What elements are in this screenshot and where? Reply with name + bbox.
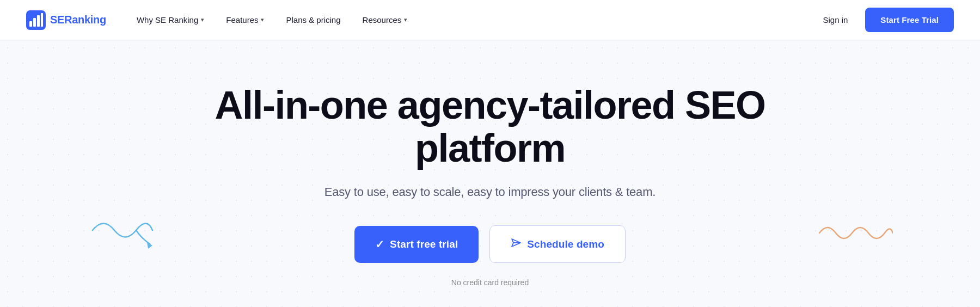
hero-content: All-in-one agency-tailored SEO platform … [191,84,789,287]
logo[interactable]: SERanking [26,10,106,30]
svg-rect-1 [29,21,32,27]
logo-icon [26,10,46,30]
hero-buttons: ✓ Start free trial Schedule demo [191,225,789,263]
hero-section: All-in-one agency-tailored SEO platform … [0,40,980,307]
nav-right: Sign in Start Free Trial [814,8,954,32]
navbar: SERanking Why SE Ranking ▾ Features ▾ Pl… [0,0,980,40]
svg-rect-2 [33,18,36,27]
schedule-demo-button[interactable]: Schedule demo [489,225,626,263]
no-credit-card-text: No credit card required [191,278,789,287]
nav-item-features[interactable]: Features ▾ [217,11,273,29]
logo-text: SERanking [50,14,106,26]
chevron-down-icon: ▾ [201,16,204,23]
hero-title: All-in-one agency-tailored SEO platform [191,84,789,170]
nav-item-plans-pricing[interactable]: Plans & pricing [277,11,349,29]
nav-item-resources[interactable]: Resources ▾ [354,11,416,29]
svg-rect-3 [37,15,40,27]
chevron-down-icon: ▾ [261,16,264,23]
nav-item-why-se-ranking[interactable]: Why SE Ranking ▾ [128,11,213,29]
chevron-down-icon: ▾ [404,16,407,23]
svg-rect-4 [41,13,43,27]
deco-squiggle-right [817,219,893,249]
deco-squiggle-left [87,214,158,254]
nav-links: Why SE Ranking ▾ Features ▾ Plans & pric… [128,11,814,29]
start-free-trial-hero-button[interactable]: ✓ Start free trial [354,226,479,263]
check-circle-icon: ✓ [375,238,384,251]
sign-in-button[interactable]: Sign in [814,11,856,29]
start-free-trial-button[interactable]: Start Free Trial [865,8,954,32]
hero-subtitle: Easy to use, easy to scale, easy to impr… [191,185,789,199]
send-icon [511,238,522,250]
